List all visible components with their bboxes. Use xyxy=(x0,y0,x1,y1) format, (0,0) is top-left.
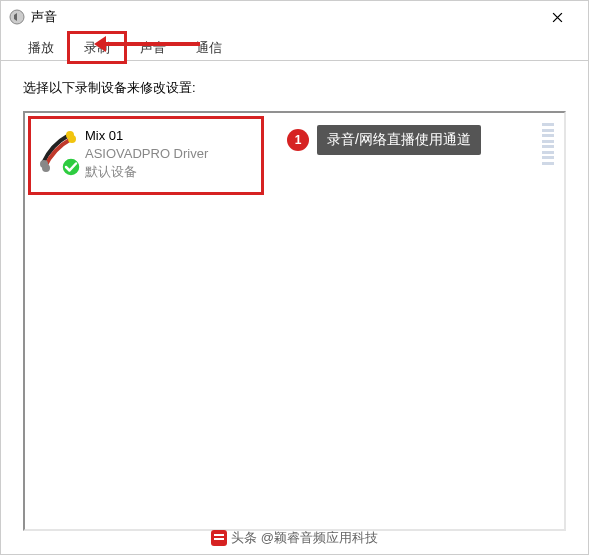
level-meter xyxy=(542,123,554,165)
tab-strip: 播放 录制 声音 通信 xyxy=(1,33,588,61)
dialog-body: 播放 录制 声音 通信 选择以下录制设备来修改设置: xyxy=(1,33,588,543)
svg-rect-7 xyxy=(214,534,224,536)
toutiao-icon xyxy=(211,530,227,546)
check-icon xyxy=(61,157,81,177)
svg-rect-8 xyxy=(214,538,224,540)
sound-dialog: 声音 播放 录制 声音 通信 选择以下录制设备来修改设置: xyxy=(0,0,589,555)
device-driver: ASIOVADPRO Driver xyxy=(85,145,208,163)
device-list[interactable]: Mix 01 ASIOVADPRO Driver 默认设备 1 录音/网络直播使… xyxy=(23,111,566,531)
sound-dialog-icon xyxy=(9,9,25,25)
tab-playback[interactable]: 播放 xyxy=(13,33,69,61)
annotation-badge: 1 xyxy=(287,129,309,151)
svg-point-2 xyxy=(68,135,76,143)
titlebar: 声音 xyxy=(1,1,588,33)
svg-point-5 xyxy=(62,158,80,176)
device-name: Mix 01 xyxy=(85,127,208,145)
tab-sounds[interactable]: 声音 xyxy=(125,33,181,61)
titlebar-title: 声音 xyxy=(31,8,535,26)
annotation-label: 录音/网络直播使用通道 xyxy=(317,125,481,155)
tab-content: 选择以下录制设备来修改设置: xyxy=(1,61,588,543)
device-icon xyxy=(39,127,77,173)
prompt-text: 选择以下录制设备来修改设置: xyxy=(23,79,566,97)
device-status: 默认设备 xyxy=(85,163,208,181)
annotation: 1 录音/网络直播使用通道 xyxy=(287,125,481,155)
tab-communications[interactable]: 通信 xyxy=(181,33,237,61)
close-button[interactable] xyxy=(535,1,580,33)
watermark: 头条 @颖睿音频应用科技 xyxy=(0,529,589,547)
annotation-arrow xyxy=(104,42,200,46)
device-text: Mix 01 ASIOVADPRO Driver 默认设备 xyxy=(85,127,208,182)
device-item-mix01[interactable]: Mix 01 ASIOVADPRO Driver 默认设备 xyxy=(31,119,261,192)
watermark-text: 头条 @颖睿音频应用科技 xyxy=(231,529,378,547)
svg-point-4 xyxy=(42,164,50,172)
